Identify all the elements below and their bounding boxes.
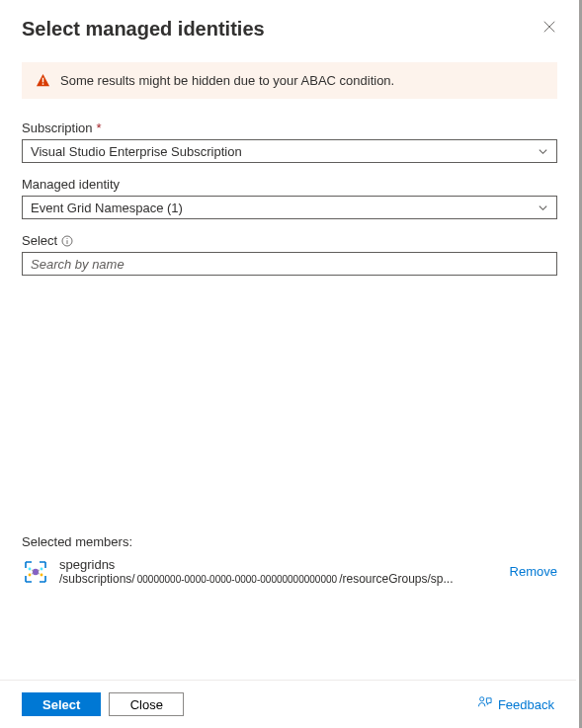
selected-member-row: spegridns /subscriptions/ 00000000-0000-… [22, 553, 557, 590]
close-icon [542, 20, 556, 37]
svg-rect-3 [42, 83, 44, 85]
close-button[interactable] [541, 18, 557, 34]
svg-rect-2 [42, 78, 44, 83]
feedback-icon [477, 695, 492, 713]
select-label: Select [22, 233, 557, 248]
feedback-link[interactable]: Feedback [477, 695, 554, 713]
svg-point-16 [480, 697, 484, 701]
info-icon[interactable] [61, 235, 73, 247]
subscription-label: Subscription * [22, 121, 557, 135]
required-asterisk: * [97, 121, 102, 135]
managed-identity-label: Managed identity [22, 177, 557, 192]
subscription-value: Visual Studio Enterprise Subscription [31, 144, 242, 159]
select-button[interactable]: Select [22, 692, 101, 716]
managed-identity-value: Event Grid Namespace (1) [31, 201, 183, 215]
member-name: spegridns [59, 557, 500, 572]
selected-members-label: Selected members: [22, 534, 557, 549]
search-input[interactable] [22, 252, 557, 276]
svg-point-5 [67, 238, 68, 239]
managed-identity-select[interactable]: Event Grid Namespace (1) [22, 196, 557, 219]
member-path: /subscriptions/ 00000000-0000-0000-0000-… [59, 572, 500, 586]
svg-point-7 [33, 568, 39, 574]
chevron-down-icon [538, 202, 548, 213]
warning-icon [36, 73, 50, 88]
abac-warning-alert: Some results might be hidden due to your… [22, 62, 557, 99]
svg-point-11 [41, 573, 43, 576]
page-title: Select managed identities [22, 18, 265, 40]
remove-link[interactable]: Remove [510, 564, 557, 579]
chevron-down-icon [538, 146, 548, 157]
alert-text: Some results might be hidden due to your… [60, 73, 394, 88]
subscription-select[interactable]: Visual Studio Enterprise Subscription [22, 139, 557, 163]
event-grid-icon [22, 558, 49, 586]
svg-point-8 [29, 567, 32, 570]
close-button-footer[interactable]: Close [109, 692, 184, 716]
svg-point-10 [29, 573, 32, 576]
svg-point-9 [41, 567, 43, 570]
